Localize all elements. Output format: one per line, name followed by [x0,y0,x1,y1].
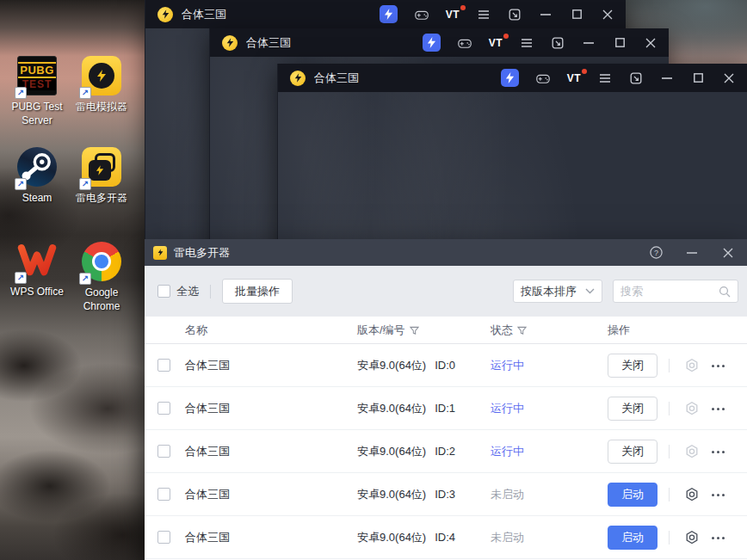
menu-icon[interactable] [520,36,534,50]
shrink-window-icon[interactable] [508,8,522,22]
instance-name: 合体三国 [185,473,230,516]
window-title: 合体三国 [182,7,380,22]
sort-dropdown-value: 按版本排序 [521,284,585,299]
gamepad-icon[interactable] [415,8,429,22]
instance-more-button[interactable] [712,448,729,455]
instance-version: 安卓9.0(64位)ID:0 [357,344,455,387]
minimize-button[interactable] [539,8,553,22]
instance-action-button[interactable]: 启动 [608,526,657,550]
lightning-icon [96,165,104,175]
shortcut-arrow-icon: ↗ [15,178,27,190]
search-box[interactable] [613,280,738,303]
close-button[interactable] [722,71,736,85]
boost-icon[interactable] [380,5,398,23]
manager-titlebar[interactable]: 雷电多开器 ? [145,239,747,266]
desktop-icon-wps[interactable]: ↗ WPS Office [4,241,70,299]
desktop-icon-label: WPS Office [4,286,70,299]
instance-more-button[interactable] [712,405,729,412]
row-checkbox[interactable] [157,359,170,372]
row-checkbox[interactable] [157,402,170,415]
desktop-icon-ldplayer[interactable]: ↗ 雷电模拟器 [69,55,134,114]
desktop-icon-ldmulti[interactable]: ↗ 雷电多开器 [69,146,134,206]
window-title: 合体三国 [314,71,501,86]
vt-icon[interactable]: VT [567,71,581,85]
vt-icon[interactable]: VT [489,36,503,50]
instance-more-button[interactable] [712,534,729,541]
close-button[interactable] [721,246,735,260]
desktop-icon-steam[interactable]: ↗ Steam [4,146,70,206]
gamepad-icon[interactable] [458,36,472,50]
instance-action-button[interactable]: 关闭 [608,440,657,464]
ldplayer-icon: ↗ [81,56,122,97]
row-checkbox[interactable] [157,488,170,501]
ld-multi-icon: ↗ [81,147,122,188]
shrink-window-icon[interactable] [629,71,643,85]
close-button[interactable] [601,8,614,22]
shortcut-arrow-icon: ↗ [79,178,91,190]
select-all-label: 全选 [176,284,199,299]
search-input[interactable] [620,285,719,298]
multi-instance-manager-window: 雷电多开器 ? 全选 批量操作 按版本排序 [145,239,747,560]
header-status: 状态 [491,317,527,344]
chevron-down-icon [585,288,595,294]
help-icon[interactable]: ? [649,246,663,260]
instance-version: 安卓9.0(64位)ID:4 [357,516,455,559]
vt-icon[interactable]: VT [446,8,460,22]
emulator-titlebar[interactable]: 合体三国 VT [278,64,747,92]
boost-icon[interactable] [423,34,441,52]
sort-dropdown[interactable]: 按版本排序 [513,280,602,303]
desktop-icon-label: 雷电模拟器 [69,101,134,114]
instance-settings-icon[interactable] [684,530,700,545]
instance-more-button[interactable] [712,491,729,498]
select-all-checkbox[interactable] [157,285,170,298]
instance-action-button[interactable]: 关闭 [608,354,657,378]
emulator-titlebar[interactable]: 合体三国 VT [145,0,626,28]
boost-icon[interactable] [501,69,519,87]
row-checkbox[interactable] [157,445,170,458]
table-row: 合体三国 安卓9.0(64位)ID:1 运行中 关闭 [145,387,747,430]
window-title: 合体三国 [246,35,423,51]
desktop-icon-label: Google Chrome [69,286,134,313]
instance-action-button[interactable]: 关闭 [608,397,657,421]
instance-settings-icon[interactable] [684,401,700,416]
desktop-icon-label: PUBG Test Server [4,101,70,127]
desktop-icon-pubg[interactable]: PUBGTEST ↗ PUBG Test Server [4,55,70,127]
row-divider [669,402,670,415]
toolbar-divider [210,285,211,298]
row-checkbox[interactable] [157,531,170,544]
desktop-icon-chrome[interactable]: ↗ Google Chrome [69,241,134,313]
steam-icon: ↗ [16,147,58,188]
ld-multi-app-icon [153,246,167,260]
row-divider [669,359,670,372]
menu-icon[interactable] [477,8,491,22]
filter-icon[interactable] [517,326,527,335]
instance-settings-icon[interactable] [684,487,700,502]
header-name: 名称 [185,317,207,344]
batch-operation-button[interactable]: 批量操作 [222,279,293,304]
shrink-window-icon[interactable] [551,36,565,50]
instance-version: 安卓9.0(64位)ID:2 [357,430,455,473]
gamepad-icon[interactable] [536,71,550,85]
minimize-button[interactable] [582,36,596,50]
minimize-button[interactable] [685,246,699,260]
table-header: 名称 版本/编号 状态 操作 [145,317,747,344]
maximize-button[interactable] [691,71,705,85]
emulator-titlebar[interactable]: 合体三国 VT [210,28,669,57]
instance-action-button[interactable]: 启动 [608,483,657,507]
instance-settings-icon[interactable] [684,358,700,373]
filter-icon[interactable] [410,326,419,335]
table-row: 合体三国 安卓9.0(64位)ID:2 运行中 关闭 [145,430,747,473]
search-icon [719,286,731,298]
instance-more-button[interactable] [712,362,729,369]
maximize-button[interactable] [570,8,583,22]
maximize-button[interactable] [613,36,627,50]
notification-dot [503,34,509,39]
shortcut-arrow-icon: ↗ [79,273,91,285]
minimize-button[interactable] [660,71,674,85]
menu-icon[interactable] [598,71,612,85]
instance-settings-icon[interactable] [684,444,700,459]
wps-icon: ↗ [16,241,58,282]
ldplayer-logo-icon [222,35,238,51]
instance-status: 运行中 [491,387,524,430]
close-button[interactable] [644,36,657,50]
